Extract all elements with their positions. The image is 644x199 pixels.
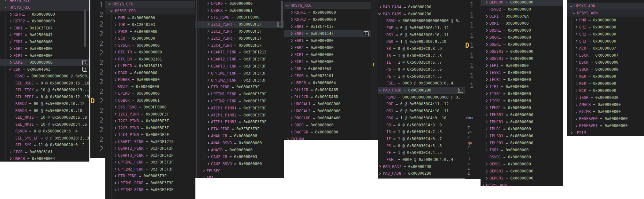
register-row[interactable]: WSR = 0x00000000 — [567, 80, 644, 87]
register-row[interactable]: PAD_PA37 = 0x000002D0 — [378, 163, 465, 170]
chevron-down-icon[interactable] — [572, 13, 577, 14]
register-row[interactable]: USBCR = 0x00000004 — [284, 79, 371, 86]
register-row[interactable]: I2C4_PINR = 0x00003F3F — [195, 42, 284, 49]
register-row[interactable]: OEMCR0 = 0x00000000 — [481, 0, 563, 6]
register-row[interactable]: I2C4_PINR = 0x00003F3F — [105, 131, 195, 139]
chevron-right-icon[interactable] — [114, 106, 118, 108]
register-row[interactable]: ECR2 = 0x00000000 — [284, 58, 371, 65]
tree-group-row[interactable]: AES — [195, 174, 284, 178]
register-row[interactable]: ESR2 = 0x00000000 — [284, 44, 371, 51]
chevron-right-icon[interactable] — [114, 31, 118, 33]
chevron-right-icon[interactable] — [575, 19, 579, 21]
register-row[interactable]: ITSR1 = 0x00000000 — [481, 90, 563, 97]
bitfield-row[interactable]: SEL_USBC = 0 @ 0x50000020:15..16 — [0, 80, 89, 87]
register-row[interactable]: CAU2_RSVD = 0x00000000 — [195, 160, 284, 167]
chevron-right-icon[interactable] — [207, 149, 211, 151]
group-header-row[interactable]: HPSYS_CFG — [105, 1, 195, 8]
binary-view-icon[interactable]: 0110 — [82, 60, 87, 65]
bitfield-row[interactable]: IE = 1 @ 0x500030C4:6..7 — [378, 135, 465, 142]
chevron-right-icon[interactable] — [575, 118, 579, 120]
register-row[interactable]: DIR1 = 0x0000078A — [481, 13, 563, 20]
chevron-right-icon[interactable] — [485, 72, 489, 74]
chevron-right-icon[interactable] — [207, 3, 211, 4]
register-row[interactable]: CSR = 0x000010A3 — [284, 65, 371, 72]
register-row[interactable]: WER = 0x00000000 — [567, 73, 644, 80]
chevron-right-icon[interactable] — [207, 72, 211, 74]
group-header-row[interactable]: HPSYS_AON — [567, 3, 644, 10]
register-row[interactable]: LPTIM1_PINR = 0x003F3F3F — [195, 91, 284, 98]
chevron-right-icon[interactable] — [290, 82, 294, 84]
bitfield-row[interactable]: PE = 1 @ 0x500030C4:4..5 — [378, 149, 465, 156]
register-row[interactable]: RTC_DR = 0x00002101 — [105, 56, 195, 63]
register-row[interactable]: MDBGR = 0x00000000 — [105, 76, 195, 84]
bitfield-row[interactable]: IS = 1 @ 0x500030C4:7..8 — [378, 128, 465, 135]
register-row[interactable]: PTA_PINR = 0x3F3F3F3F — [195, 125, 284, 132]
register-row[interactable]: CFGR = 0x003C6101 — [0, 148, 89, 155]
bitfield-row[interactable]: SR = 0 @ 0x500030C4:8..9 — [378, 122, 465, 129]
register-row[interactable]: ECR1 = 0x00000000 — [284, 51, 371, 58]
chevron-right-icon[interactable] — [481, 184, 486, 186]
register-row[interactable]: OEMCR1 = 0x00000000 — [481, 175, 563, 182]
chevron-right-icon[interactable] — [575, 26, 579, 28]
register-row[interactable]: DOER1 = 0x00000000 — [481, 41, 563, 48]
chevron-right-icon[interactable] — [9, 27, 13, 29]
register-row[interactable]: RESERVE0 = 0x00000000 — [567, 115, 644, 122]
chevron-right-icon[interactable] — [207, 30, 211, 32]
register-row[interactable]: IPHSR1 = 0x00000000 — [481, 111, 563, 118]
register-row[interactable]: LSCR = 0x00000007 — [567, 52, 644, 59]
bitfield-row[interactable]: IE = 1 @ 0x500030C0:6..7 — [378, 59, 465, 66]
chevron-right-icon[interactable] — [575, 54, 579, 56]
chevron-right-icon[interactable] — [575, 97, 579, 99]
tree-group-row[interactable]: EFUSEC — [195, 167, 284, 174]
register-row[interactable]: ISSR = 0x00000030 — [567, 94, 644, 101]
bitfield-row[interactable]: RSVD1 = 0x00000000 — [481, 154, 563, 161]
chevron-right-icon[interactable] — [207, 93, 211, 95]
register-row[interactable]: IPLR1 = 0x00000000 — [481, 125, 563, 132]
register-row[interactable]: ANAU_RSVD = 0x00000000 — [195, 139, 284, 147]
register-row[interactable]: DLL2CR = 0x8001DA6D — [284, 93, 371, 100]
bitfield-row[interactable]: RSVD2 = 0x00000000 — [481, 6, 563, 13]
register-row[interactable]: RSTR2 = 0x00000000 — [0, 18, 89, 25]
chevron-right-icon[interactable] — [290, 12, 294, 13]
chevron-right-icon[interactable] — [485, 170, 489, 172]
register-row[interactable]: DSCR = 0x00000000 — [567, 59, 644, 66]
register-row[interactable]: RSTR2 = 0x00000000 — [284, 16, 371, 23]
register-row[interactable]: LPTIM2_PINR = 0x003F3F3F — [195, 98, 284, 105]
register-row[interactable]: ITCR1 = 0x00000000 — [481, 97, 563, 104]
register-row[interactable]: DWCFGR = 0x00008030 — [284, 129, 371, 136]
register-row[interactable]: GPTIM1_PINR = 0x3F3F3F3F — [105, 159, 195, 166]
register-row[interactable]: I2C1_PINR = 0x00003F3F0110 — [195, 21, 284, 28]
chevron-right-icon[interactable] — [290, 124, 294, 126]
chevron-right-icon[interactable] — [114, 44, 118, 46]
register-row[interactable]: I2C1_PINR = 0x00003F3F — [105, 111, 195, 118]
chevron-right-icon[interactable] — [9, 13, 13, 15]
chevron-down-icon[interactable] — [108, 4, 112, 4]
bitfield-row[interactable]: RSVD4 = 0 @ 0x50000020:3..4 — [0, 128, 89, 135]
register-row[interactable]: CR3 = 0x00000000 — [567, 38, 644, 45]
register-row[interactable]: CR1 = 0x00000000 — [567, 24, 644, 31]
bitfield-row[interactable]: SR = 0 @ 0x500030C0:8..9 — [378, 45, 465, 52]
chevron-right-icon[interactable] — [114, 113, 118, 115]
register-row[interactable]: ENR1 = 0x18C7FC17 — [284, 23, 371, 30]
chevron-right-icon[interactable] — [207, 128, 211, 130]
register-row[interactable]: GPTIM1_PINR = 0x3F3F3F3F — [195, 70, 284, 77]
chevron-right-icon[interactable] — [575, 61, 579, 63]
register-row[interactable]: SYSCR = 0x00000000 — [105, 42, 195, 49]
bitfield-row[interactable]: PS = 0 @ 0x500030C0:5..6 — [378, 66, 465, 73]
chevron-right-icon[interactable] — [202, 177, 207, 178]
chevron-right-icon[interactable] — [114, 58, 118, 60]
chevron-right-icon[interactable] — [114, 141, 118, 143]
chevron-right-icon[interactable] — [114, 65, 118, 67]
bitfield-row[interactable]: FSEL = 0000 @ 0x500030C4:0..4 — [378, 156, 465, 163]
chevron-right-icon[interactable] — [207, 51, 211, 53]
chevron-right-icon[interactable] — [290, 89, 294, 91]
register-row[interactable]: USART1_PINR = 0x3F3F1213 — [195, 49, 284, 56]
register-row[interactable]: DOR1 = 0x00000000 — [481, 20, 563, 27]
register-row[interactable]: RTC_TR = 0x00000000 — [105, 49, 195, 56]
register-row[interactable]: ANAU_CR = 0x00000008 — [195, 132, 284, 139]
register-row[interactable]: ATIM1_PINR3 = 0x003F3F3F — [195, 119, 284, 126]
register-row[interactable]: GPTIM2_PINR = 0x3F3F3F3F — [105, 166, 195, 173]
chevron-right-icon[interactable] — [485, 114, 489, 116]
register-row[interactable]: USART1_PINR = 0x3F3F1213 — [105, 138, 195, 145]
chevron-right-icon[interactable] — [114, 182, 118, 184]
